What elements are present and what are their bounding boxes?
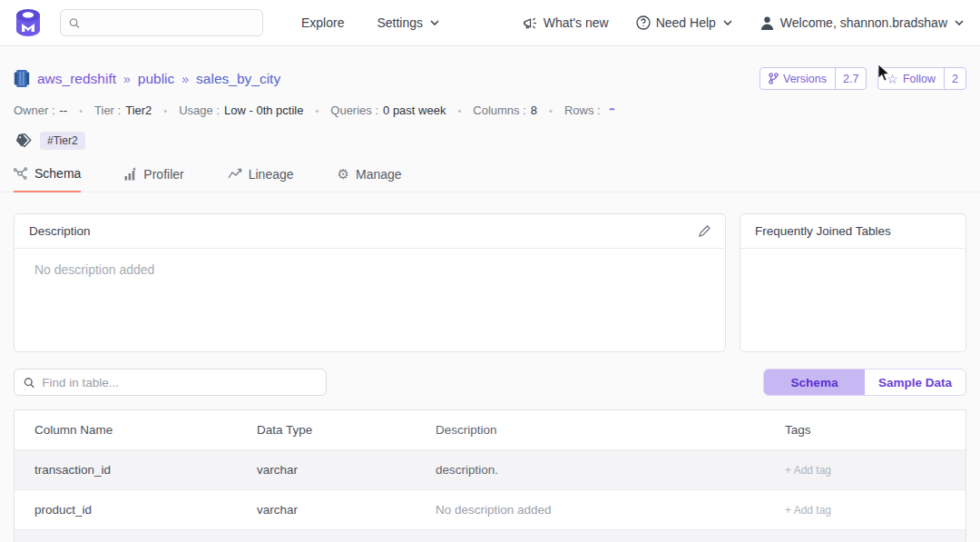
cell-description[interactable]: description. (416, 463, 765, 477)
metadata-row: Owner :--•Tier :Tier2•Usage :Low - 0th p… (14, 103, 966, 117)
add-tag-button[interactable]: + Add tag (785, 504, 831, 517)
metaphor-logo-icon[interactable] (13, 7, 44, 38)
table-row-partial (15, 530, 965, 542)
table-row: product_idvarcharNo description added+ A… (15, 490, 965, 530)
add-tag-button[interactable]: + Add tag (785, 464, 831, 477)
description-empty-text: No description added (15, 249, 725, 291)
cell-tags: + Add tag (765, 503, 965, 517)
cell-data-type: varchar (237, 463, 416, 477)
tab-bar: Schema Profiler Lineage ⚙ Manage (0, 166, 980, 192)
global-search-box (60, 9, 263, 36)
search-icon (24, 377, 34, 389)
toggle-sample-data-button[interactable]: Sample Data (865, 370, 965, 395)
versions-label: Versions (783, 73, 827, 85)
metadata-label: Columns : (473, 103, 526, 117)
breadcrumb-separator: » (123, 72, 131, 86)
nav-whats-new[interactable]: What's new (523, 15, 609, 30)
metadata-item: Columns :8 (473, 103, 537, 117)
schema-icon (14, 167, 28, 180)
table-row: transaction_idvarchardescription.+ Add t… (15, 450, 965, 490)
tab-schema-label: Schema (34, 166, 81, 181)
app-window: Explore Settings What's new Need Help We… (0, 0, 980, 542)
columns-table: Column Name Data Type Description Tags t… (14, 409, 966, 542)
follow-label: Follow (903, 73, 936, 85)
metadata-label: Tier : (94, 103, 121, 117)
help-circle-icon (636, 15, 651, 30)
breadcrumb-source[interactable]: aws_redshift (37, 71, 116, 87)
chevron-down-icon (955, 20, 964, 25)
find-in-table-box (14, 369, 327, 396)
metadata-label: Rows : (564, 103, 601, 117)
breadcrumb-schema[interactable]: public (138, 71, 175, 87)
loading-spinner-icon (608, 108, 616, 116)
description-panel: Description No description added (14, 213, 726, 352)
megaphone-icon (523, 16, 538, 30)
nav-settings[interactable]: Settings (377, 15, 439, 30)
tag-icon (14, 133, 32, 148)
metadata-value: -- (60, 103, 68, 117)
metadata-value: Tier2 (125, 103, 152, 117)
metadata-bullet: • (457, 105, 461, 116)
tab-profiler-label: Profiler (143, 167, 183, 182)
nav-settings-label: Settings (377, 15, 423, 30)
top-navbar: Explore Settings What's new Need Help We… (0, 0, 980, 46)
tab-manage[interactable]: ⚙ Manage (338, 166, 402, 192)
metadata-label: Queries : (330, 103, 378, 117)
header-column-name: Column Name (15, 423, 237, 437)
chevron-down-icon (430, 20, 439, 25)
find-in-table-input[interactable] (42, 376, 317, 389)
tab-lineage-label: Lineage (249, 167, 294, 182)
nav-whats-new-label: What's new (544, 15, 609, 30)
breadcrumb-table[interactable]: sales_by_city (196, 71, 280, 87)
header-tags: Tags (765, 423, 965, 437)
metadata-value: 0 past week (383, 103, 446, 117)
tier-tag-chip[interactable]: #Tier2 (40, 132, 85, 150)
metadata-bullet: • (549, 105, 553, 116)
global-search-input[interactable] (86, 16, 254, 30)
metadata-bullet: • (315, 105, 318, 116)
metadata-bullet: • (79, 105, 83, 116)
edit-pencil-icon[interactable] (698, 225, 710, 238)
tab-lineage[interactable]: Lineage (228, 166, 294, 192)
frequently-joined-tables-panel: Frequently Joined Tables (740, 213, 966, 352)
nav-need-help[interactable]: Need Help (636, 15, 732, 30)
follow-count: 2 (944, 68, 965, 89)
nav-user-menu[interactable]: Welcome, shannon.bradshaw (760, 15, 964, 31)
frequently-joined-tables-body (740, 249, 965, 276)
versions-button[interactable]: Versions 2.7 (760, 67, 867, 90)
profiler-icon (124, 167, 137, 181)
mouse-cursor (877, 64, 890, 83)
chevron-down-icon (723, 20, 732, 25)
header-data-type: Data Type (237, 423, 416, 437)
metadata-label: Usage : (179, 103, 220, 117)
cell-tags: + Add tag (765, 463, 965, 477)
breadcrumb: aws_redshift » public » sales_by_city (14, 70, 280, 87)
gear-icon: ⚙ (338, 167, 349, 181)
redshift-icon (14, 70, 30, 87)
frequently-joined-tables-title: Frequently Joined Tables (755, 224, 891, 238)
metadata-value: Low - 0th pctile (224, 103, 303, 117)
description-panel-title: Description (29, 224, 91, 238)
metadata-bullet: • (163, 105, 167, 116)
tab-schema[interactable]: Schema (14, 166, 81, 192)
follow-button[interactable]: ☆ Follow 2 (877, 67, 966, 90)
metadata-item: Queries :0 past week (330, 103, 446, 117)
cell-column-name: product_id (15, 503, 237, 517)
cell-description[interactable]: No description added (416, 503, 765, 517)
user-avatar-icon (760, 15, 775, 31)
metadata-item: Rows : (564, 103, 616, 117)
breadcrumb-separator: » (181, 72, 189, 86)
git-branch-icon (769, 73, 779, 84)
search-icon (69, 17, 80, 29)
metadata-item: Usage :Low - 0th pctile (179, 103, 303, 117)
metadata-label: Owner : (14, 103, 55, 117)
nav-need-help-label: Need Help (656, 15, 716, 30)
tab-profiler[interactable]: Profiler (124, 166, 183, 192)
columns-table-body: transaction_idvarchardescription.+ Add t… (15, 450, 965, 530)
nav-welcome-label: Welcome, shannon.bradshaw (780, 15, 947, 30)
toggle-schema-button[interactable]: Schema (764, 370, 865, 395)
table-header-row: Column Name Data Type Description Tags (15, 410, 965, 450)
header-description: Description (416, 423, 765, 437)
metadata-item: Owner :-- (14, 103, 67, 117)
nav-explore[interactable]: Explore (301, 15, 344, 30)
